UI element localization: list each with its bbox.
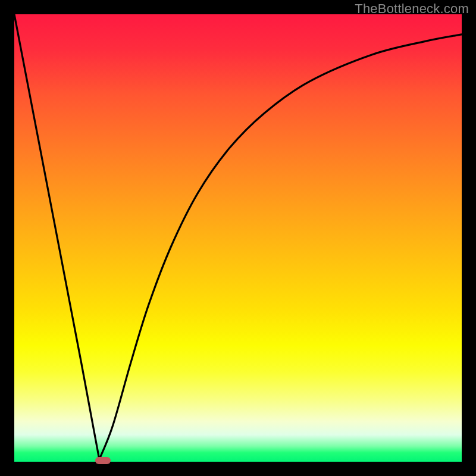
watermark-text: TheBottleneck.com xyxy=(355,1,469,17)
chart-frame: TheBottleneck.com xyxy=(0,0,476,476)
minimum-marker xyxy=(95,457,111,464)
bottleneck-curve xyxy=(14,14,462,462)
